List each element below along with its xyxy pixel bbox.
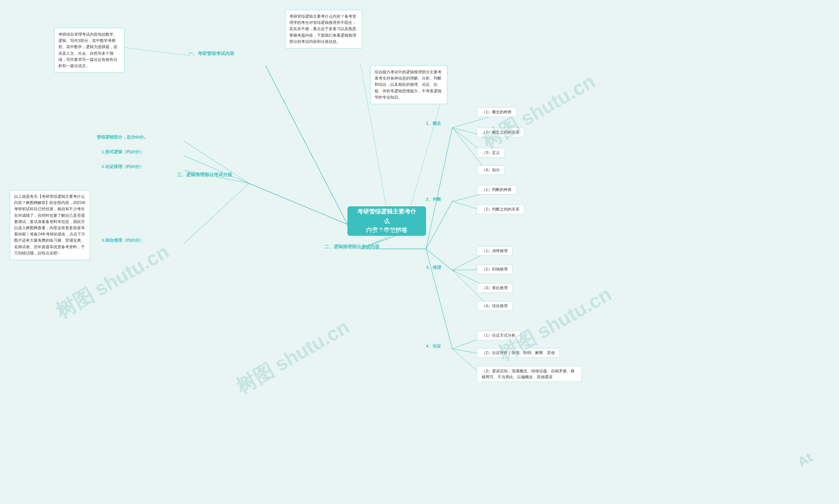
branch2-bottom-box: 以上就是有关【考研管综逻辑主要考什么内容？树图网解答】的全部内容，2023年考研…: [10, 190, 90, 260]
svg-line-25: [426, 249, 452, 349]
leaf-g2-1: （1）判断的种类: [477, 185, 517, 195]
leaf-g3-2: （2）归纳推理: [477, 265, 512, 274]
leaf-g1-1: （1）概念的种类: [477, 107, 517, 117]
branch3-right-text: 综合能力考试中的逻辑推理部分主要考查考生对各种信息的理解、分析、判断和综合，以及…: [374, 70, 441, 100]
svg-line-12: [426, 128, 452, 249]
group2-label: 2、判断: [426, 197, 441, 202]
branch3-right-box: 综合能力考试中的逻辑推理部分主要考查考生对各种信息的理解、分析、判断和综合，以及…: [370, 66, 447, 104]
branch1-label: 一、考研管综考试内容: [189, 51, 234, 57]
branch3-label: 二、逻辑推理部分考试内容: [325, 244, 380, 250]
branch2-sub1: 管综逻辑部分，总分60分。: [97, 134, 148, 140]
branch3-top-text: 考研管综逻辑主要考什么内容？备考管理学的考生对管综逻辑推理并不陌生，其实并不难，…: [290, 14, 356, 44]
watermark-2: 树图 shutu.cn: [231, 314, 354, 400]
leaf-g2-2: （2）判断之间的关系: [477, 205, 524, 214]
leaf-g1-4: （4）划分: [477, 165, 505, 175]
leaf-g3-1: （1）演绎推理: [477, 246, 512, 256]
mind-map: 考研管综逻辑主要考什么 内容？学姐解答 考研综合管理考试内容包括数学、逻辑、写作…: [0, 0, 839, 504]
at-label: At: [795, 449, 815, 470]
sublabel-text: 试题涉及的内容主要包括：: [354, 229, 405, 234]
svg-line-1: [249, 183, 347, 224]
branch2-sub3: 2.论证推理（约20分）: [102, 164, 144, 169]
leaf-g3-4: （4）综合推理: [477, 301, 512, 311]
branch3-top-box: 考研管综逻辑主要考什么内容？备考管理学的考生对管综逻辑推理并不陌生，其实并不难，…: [285, 10, 362, 49]
branch2-sub2: 1.形式逻辑（约20分）: [102, 149, 144, 155]
leaf-g4-1: （1）论证方式分析: [477, 331, 521, 340]
svg-line-17: [426, 201, 452, 249]
svg-line-3: [124, 48, 190, 56]
svg-line-0: [265, 66, 347, 224]
branch2-sub4: 3.综合推理（约20分）: [102, 237, 144, 243]
leaf-g1-2: （2）概念之间的关系: [477, 128, 524, 137]
leaf-g1-3: （3）定义: [477, 148, 505, 158]
leaf-g4-3: （3）谬误识别：混淆概念、转移论题、自相矛盾、模棱两可、不当类比、以偏概全、其他…: [477, 366, 582, 382]
leaf-g3-3: （3）类比推理: [477, 283, 512, 293]
branch2-label: 三、逻辑推理部分考试分值: [177, 172, 232, 178]
branch2-bottom-text: 以上就是有关【考研管综逻辑主要考什么内容？树图网解答】的全部内容，2023年考研…: [14, 194, 86, 255]
svg-line-5: [183, 156, 249, 183]
branch1-box: 考研综合管理考试内容包括数学、逻辑、写作3部分，其中数学考察初、高中数学；逻辑为…: [54, 28, 124, 73]
leaf-g4-2: （2）论证评价：加强、削弱、解释、其他: [477, 348, 560, 358]
branch1-box-text: 考研综合管理考试内容包括数学、逻辑、写作3部分，其中数学考察初、高中数学；逻辑为…: [58, 32, 117, 68]
group1-label: 1、概念: [426, 121, 441, 126]
group3-label: 3、推理: [426, 265, 441, 270]
svg-line-13: [452, 117, 488, 128]
svg-line-7: [183, 183, 249, 244]
group4-label: 4、论证: [426, 343, 441, 349]
